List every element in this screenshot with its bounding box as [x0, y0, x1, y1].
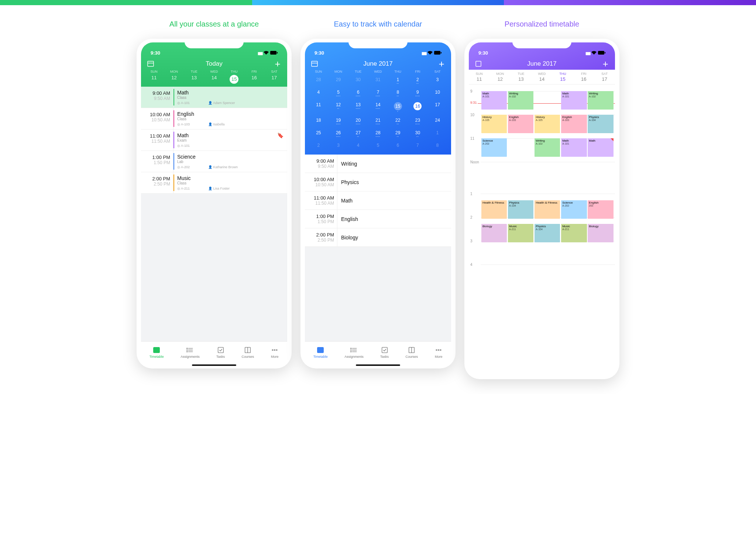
- calendar-day[interactable]: 13••••: [348, 101, 368, 114]
- event-row[interactable]: 1:00 PM1:50 PMScienceLab◎ A-202👤 Kathari…: [141, 151, 287, 172]
- calendar-day[interactable]: 30: [348, 76, 368, 86]
- tab-tasks[interactable]: Tasks: [380, 346, 389, 359]
- calendar-day[interactable]: 7: [408, 141, 428, 152]
- calendar-day[interactable]: 22••: [388, 116, 408, 127]
- weekday-fri[interactable]: FRI16: [244, 70, 264, 84]
- calendar-day[interactable]: 6••••: [348, 88, 368, 98]
- event-row[interactable]: 10:00 AM10:50 AMPhysics: [305, 173, 451, 191]
- event-row[interactable]: 10:00 AM10:50 AMEnglishClass◎ A-103👤 Isa…: [141, 108, 287, 129]
- calendar-day[interactable]: 8••: [388, 88, 408, 98]
- timetable-block[interactable]: Math: [588, 138, 613, 157]
- timetable-block[interactable]: WritingA-102: [535, 138, 560, 157]
- weekday-sun[interactable]: SUN11: [469, 70, 490, 84]
- calendar-day[interactable]: 30••: [408, 129, 428, 139]
- timetable-block[interactable]: Biology: [481, 224, 507, 242]
- event-row[interactable]: 11:00 AM11:50 AMMathExam◎ A-101🔖: [141, 129, 287, 151]
- tab-more[interactable]: More: [434, 346, 443, 359]
- calendar-day[interactable]: 3: [427, 76, 447, 86]
- calendar-day[interactable]: 24: [427, 116, 447, 127]
- timetable-block[interactable]: MathA-101: [561, 138, 587, 157]
- calendar-day[interactable]: 26••••: [329, 129, 348, 139]
- tab-timetable[interactable]: Timetable: [150, 346, 164, 359]
- calendar-day[interactable]: 18: [309, 116, 329, 127]
- calendar-day[interactable]: 19••••: [329, 116, 348, 127]
- timetable-block[interactable]: PhysicsA-104: [535, 224, 560, 242]
- calendar-day[interactable]: 29: [329, 76, 348, 86]
- calendar-day[interactable]: 9••••: [408, 88, 428, 98]
- add-button[interactable]: +: [602, 60, 609, 67]
- timetable-block[interactable]: WritingA-102: [588, 91, 613, 110]
- event-row[interactable]: 9:00 AM9:50 AMWriting: [305, 155, 451, 173]
- timetable-block[interactable]: ScienceA-202: [481, 138, 507, 157]
- calendar-day[interactable]: 21••••: [368, 116, 388, 127]
- weekday-wed[interactable]: WED14: [532, 70, 553, 84]
- calendar-day[interactable]: 12••: [329, 101, 348, 114]
- week-strip[interactable]: SUN11MON12TUE13WED14THU15FRI16SAT17: [141, 70, 287, 87]
- timetable-block[interactable]: MusicA-211: [561, 224, 587, 242]
- timetable-block[interactable]: MusicA-211: [508, 224, 533, 242]
- timetable-block[interactable]: MathA-101: [561, 91, 587, 110]
- event-row[interactable]: 1:00 PM1:50 PMEnglish: [305, 210, 451, 228]
- timetable-block[interactable]: ScienceA-202: [561, 200, 587, 219]
- weekday-mon[interactable]: MON12: [490, 70, 511, 84]
- calendar-day[interactable]: 11: [309, 101, 329, 114]
- calendar-day[interactable]: 2••: [408, 76, 428, 86]
- weekday-fri[interactable]: FRI16: [573, 70, 594, 84]
- calendar-grid-icon[interactable]: [147, 60, 154, 67]
- tab-more[interactable]: More: [271, 346, 279, 359]
- timetable-block[interactable]: Health & Fitness: [481, 200, 507, 219]
- timetable-grid[interactable]: 91011Noon1234MathA-101WritingA-102MathA-…: [469, 84, 615, 379]
- calendar-grid-icon[interactable]: [311, 60, 318, 67]
- calendar-day[interactable]: 28••••: [368, 129, 388, 139]
- weekday-sat[interactable]: SAT17: [594, 70, 615, 84]
- timetable-block[interactable]: English203: [588, 200, 613, 219]
- timetable-block[interactable]: PhysicsA-104: [508, 200, 533, 219]
- week-strip[interactable]: SUN11MON12TUE13WED14THU15FRI16SAT17: [469, 70, 615, 84]
- tab-courses[interactable]: Courses: [405, 346, 418, 359]
- calendar-day[interactable]: 3: [329, 141, 348, 152]
- weekday-thu[interactable]: THU15: [552, 70, 573, 84]
- timetable-block[interactable]: Biology: [588, 224, 613, 242]
- calendar-day[interactable]: 10: [427, 88, 447, 98]
- tab-assignments[interactable]: Assignments: [181, 346, 200, 359]
- add-button[interactable]: +: [274, 60, 281, 67]
- weekday-sun[interactable]: SUN11: [144, 70, 164, 84]
- calendar-day[interactable]: 7••••: [368, 88, 388, 98]
- tab-tasks[interactable]: Tasks: [216, 346, 225, 359]
- calendar-day[interactable]: 31: [368, 76, 388, 86]
- calendar-day[interactable]: 25: [309, 129, 329, 139]
- calendar-day[interactable]: 5: [368, 141, 388, 152]
- event-row[interactable]: 9:00 AM9:50 AMMathClass◎ A-101👤 Adam Spe…: [141, 87, 287, 108]
- calendar-day[interactable]: 17: [427, 101, 447, 114]
- calendar-day[interactable]: 6: [388, 141, 408, 152]
- calendar-day[interactable]: 23••••: [408, 116, 428, 127]
- timetable-block[interactable]: WritingA-102: [508, 91, 533, 110]
- event-row[interactable]: 11:00 AM11:50 AMMath: [305, 191, 451, 210]
- timetable-block[interactable]: Health & Fitness: [535, 200, 560, 219]
- tab-courses[interactable]: Courses: [241, 346, 254, 359]
- timetable-block[interactable]: HistoryA-105: [535, 115, 560, 133]
- today-icon[interactable]: [475, 60, 482, 67]
- weekday-sat[interactable]: SAT17: [264, 70, 284, 84]
- timetable-block[interactable]: PhysicsA-104: [588, 115, 613, 133]
- month-calendar[interactable]: SUNMONTUEWEDTHUFRISAT 282930311••2••345•…: [305, 70, 451, 155]
- calendar-day[interactable]: 5••••: [329, 88, 348, 98]
- weekday-mon[interactable]: MON12: [164, 70, 184, 84]
- event-row[interactable]: 2:00 PM2:50 PMBiology: [305, 228, 451, 247]
- add-button[interactable]: +: [438, 60, 445, 67]
- timetable-block[interactable]: EnglishA-103: [508, 115, 533, 133]
- calendar-day[interactable]: 1••: [388, 76, 408, 86]
- calendar-day[interactable]: 8: [427, 141, 447, 152]
- calendar-day[interactable]: 27••: [348, 129, 368, 139]
- calendar-day[interactable]: 15•: [388, 101, 408, 114]
- weekday-tue[interactable]: TUE13: [184, 70, 204, 84]
- calendar-day[interactable]: 1: [427, 129, 447, 139]
- timetable-block[interactable]: HistoryA-105: [481, 115, 507, 133]
- calendar-day[interactable]: 4: [348, 141, 368, 152]
- calendar-day[interactable]: 14••••: [368, 101, 388, 114]
- calendar-day[interactable]: 16: [408, 101, 428, 114]
- tab-timetable[interactable]: Timetable: [313, 346, 328, 359]
- timetable-block[interactable]: MathA-101: [481, 91, 507, 110]
- calendar-day[interactable]: 20••••: [348, 116, 368, 127]
- calendar-day[interactable]: 2: [309, 141, 329, 152]
